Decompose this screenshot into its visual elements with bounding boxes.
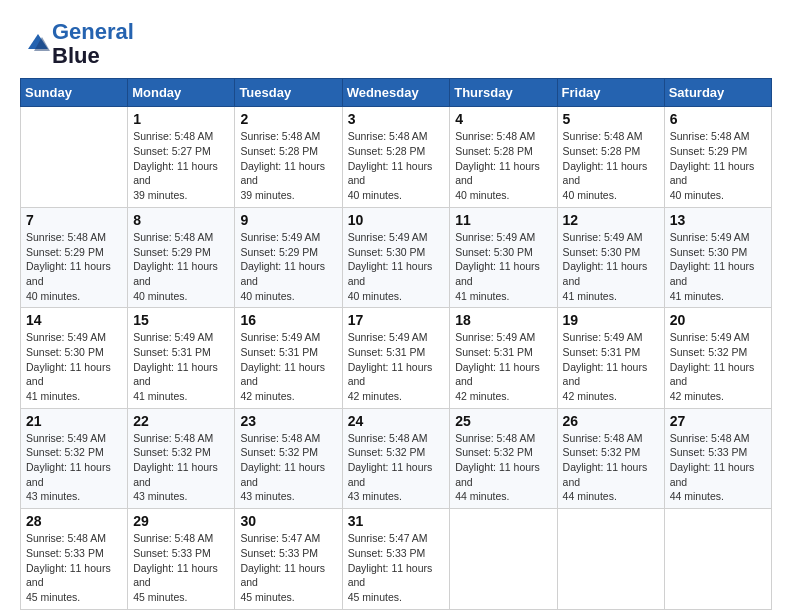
day-info: Sunrise: 5:48 AMSunset: 5:33 PMDaylight:… <box>670 431 766 504</box>
calendar-cell: 27Sunrise: 5:48 AMSunset: 5:33 PMDayligh… <box>664 408 771 508</box>
day-info: Sunrise: 5:49 AMSunset: 5:32 PMDaylight:… <box>26 431 122 504</box>
day-info: Sunrise: 5:47 AMSunset: 5:33 PMDaylight:… <box>348 531 445 604</box>
day-info: Sunrise: 5:48 AMSunset: 5:32 PMDaylight:… <box>348 431 445 504</box>
week-row-1: 1Sunrise: 5:48 AMSunset: 5:27 PMDaylight… <box>21 107 772 207</box>
calendar-cell: 4Sunrise: 5:48 AMSunset: 5:28 PMDaylight… <box>450 107 557 207</box>
weekday-header-sunday: Sunday <box>21 79 128 107</box>
day-number: 11 <box>455 212 551 228</box>
calendar-cell: 11Sunrise: 5:49 AMSunset: 5:30 PMDayligh… <box>450 207 557 307</box>
day-info: Sunrise: 5:49 AMSunset: 5:29 PMDaylight:… <box>240 230 336 303</box>
weekday-header-thursday: Thursday <box>450 79 557 107</box>
day-number: 15 <box>133 312 229 328</box>
weekday-header-tuesday: Tuesday <box>235 79 342 107</box>
logo-icon <box>20 29 50 59</box>
calendar-cell: 26Sunrise: 5:48 AMSunset: 5:32 PMDayligh… <box>557 408 664 508</box>
calendar-cell: 21Sunrise: 5:49 AMSunset: 5:32 PMDayligh… <box>21 408 128 508</box>
calendar-cell: 3Sunrise: 5:48 AMSunset: 5:28 PMDaylight… <box>342 107 450 207</box>
weekday-header-saturday: Saturday <box>664 79 771 107</box>
day-number: 2 <box>240 111 336 127</box>
day-info: Sunrise: 5:48 AMSunset: 5:29 PMDaylight:… <box>26 230 122 303</box>
calendar-cell: 16Sunrise: 5:49 AMSunset: 5:31 PMDayligh… <box>235 308 342 408</box>
calendar-cell: 17Sunrise: 5:49 AMSunset: 5:31 PMDayligh… <box>342 308 450 408</box>
day-info: Sunrise: 5:49 AMSunset: 5:30 PMDaylight:… <box>348 230 445 303</box>
day-number: 25 <box>455 413 551 429</box>
day-info: Sunrise: 5:48 AMSunset: 5:28 PMDaylight:… <box>348 129 445 202</box>
calendar-cell <box>450 509 557 609</box>
calendar-cell: 8Sunrise: 5:48 AMSunset: 5:29 PMDaylight… <box>128 207 235 307</box>
day-number: 3 <box>348 111 445 127</box>
day-number: 7 <box>26 212 122 228</box>
calendar-cell: 12Sunrise: 5:49 AMSunset: 5:30 PMDayligh… <box>557 207 664 307</box>
calendar-cell: 10Sunrise: 5:49 AMSunset: 5:30 PMDayligh… <box>342 207 450 307</box>
day-info: Sunrise: 5:48 AMSunset: 5:33 PMDaylight:… <box>26 531 122 604</box>
day-number: 21 <box>26 413 122 429</box>
day-info: Sunrise: 5:49 AMSunset: 5:32 PMDaylight:… <box>670 330 766 403</box>
day-info: Sunrise: 5:49 AMSunset: 5:30 PMDaylight:… <box>563 230 659 303</box>
calendar-cell: 30Sunrise: 5:47 AMSunset: 5:33 PMDayligh… <box>235 509 342 609</box>
day-number: 18 <box>455 312 551 328</box>
calendar-cell <box>664 509 771 609</box>
day-info: Sunrise: 5:48 AMSunset: 5:32 PMDaylight:… <box>455 431 551 504</box>
day-number: 19 <box>563 312 659 328</box>
day-info: Sunrise: 5:48 AMSunset: 5:32 PMDaylight:… <box>133 431 229 504</box>
day-number: 6 <box>670 111 766 127</box>
day-number: 29 <box>133 513 229 529</box>
day-info: Sunrise: 5:49 AMSunset: 5:31 PMDaylight:… <box>133 330 229 403</box>
day-number: 20 <box>670 312 766 328</box>
weekday-header-row: SundayMondayTuesdayWednesdayThursdayFrid… <box>21 79 772 107</box>
day-info: Sunrise: 5:47 AMSunset: 5:33 PMDaylight:… <box>240 531 336 604</box>
day-info: Sunrise: 5:49 AMSunset: 5:31 PMDaylight:… <box>240 330 336 403</box>
calendar-cell: 6Sunrise: 5:48 AMSunset: 5:29 PMDaylight… <box>664 107 771 207</box>
day-number: 30 <box>240 513 336 529</box>
logo-text: GeneralBlue <box>52 20 134 68</box>
day-number: 26 <box>563 413 659 429</box>
calendar-cell: 2Sunrise: 5:48 AMSunset: 5:28 PMDaylight… <box>235 107 342 207</box>
day-number: 23 <box>240 413 336 429</box>
calendar-cell: 1Sunrise: 5:48 AMSunset: 5:27 PMDaylight… <box>128 107 235 207</box>
calendar-cell: 24Sunrise: 5:48 AMSunset: 5:32 PMDayligh… <box>342 408 450 508</box>
day-number: 17 <box>348 312 445 328</box>
day-number: 9 <box>240 212 336 228</box>
calendar-cell: 5Sunrise: 5:48 AMSunset: 5:28 PMDaylight… <box>557 107 664 207</box>
day-info: Sunrise: 5:48 AMSunset: 5:32 PMDaylight:… <box>563 431 659 504</box>
day-info: Sunrise: 5:49 AMSunset: 5:31 PMDaylight:… <box>455 330 551 403</box>
calendar-table: SundayMondayTuesdayWednesdayThursdayFrid… <box>20 78 772 609</box>
day-info: Sunrise: 5:48 AMSunset: 5:28 PMDaylight:… <box>455 129 551 202</box>
day-info: Sunrise: 5:48 AMSunset: 5:29 PMDaylight:… <box>670 129 766 202</box>
day-info: Sunrise: 5:49 AMSunset: 5:30 PMDaylight:… <box>26 330 122 403</box>
day-number: 10 <box>348 212 445 228</box>
week-row-2: 7Sunrise: 5:48 AMSunset: 5:29 PMDaylight… <box>21 207 772 307</box>
calendar-cell: 20Sunrise: 5:49 AMSunset: 5:32 PMDayligh… <box>664 308 771 408</box>
calendar-cell <box>21 107 128 207</box>
day-number: 4 <box>455 111 551 127</box>
day-number: 31 <box>348 513 445 529</box>
calendar-cell: 22Sunrise: 5:48 AMSunset: 5:32 PMDayligh… <box>128 408 235 508</box>
day-number: 13 <box>670 212 766 228</box>
calendar-cell: 28Sunrise: 5:48 AMSunset: 5:33 PMDayligh… <box>21 509 128 609</box>
day-number: 27 <box>670 413 766 429</box>
calendar-cell: 7Sunrise: 5:48 AMSunset: 5:29 PMDaylight… <box>21 207 128 307</box>
day-info: Sunrise: 5:48 AMSunset: 5:27 PMDaylight:… <box>133 129 229 202</box>
day-info: Sunrise: 5:48 AMSunset: 5:29 PMDaylight:… <box>133 230 229 303</box>
day-number: 14 <box>26 312 122 328</box>
day-number: 22 <box>133 413 229 429</box>
calendar-cell: 31Sunrise: 5:47 AMSunset: 5:33 PMDayligh… <box>342 509 450 609</box>
day-number: 12 <box>563 212 659 228</box>
day-number: 16 <box>240 312 336 328</box>
calendar-cell: 25Sunrise: 5:48 AMSunset: 5:32 PMDayligh… <box>450 408 557 508</box>
calendar-cell: 15Sunrise: 5:49 AMSunset: 5:31 PMDayligh… <box>128 308 235 408</box>
day-number: 28 <box>26 513 122 529</box>
day-info: Sunrise: 5:48 AMSunset: 5:28 PMDaylight:… <box>563 129 659 202</box>
calendar-cell: 29Sunrise: 5:48 AMSunset: 5:33 PMDayligh… <box>128 509 235 609</box>
day-info: Sunrise: 5:48 AMSunset: 5:28 PMDaylight:… <box>240 129 336 202</box>
page-header: GeneralBlue <box>20 20 772 68</box>
day-info: Sunrise: 5:48 AMSunset: 5:32 PMDaylight:… <box>240 431 336 504</box>
day-info: Sunrise: 5:49 AMSunset: 5:30 PMDaylight:… <box>670 230 766 303</box>
calendar-cell: 19Sunrise: 5:49 AMSunset: 5:31 PMDayligh… <box>557 308 664 408</box>
calendar-cell <box>557 509 664 609</box>
logo: GeneralBlue <box>20 20 134 68</box>
calendar-cell: 23Sunrise: 5:48 AMSunset: 5:32 PMDayligh… <box>235 408 342 508</box>
weekday-header-wednesday: Wednesday <box>342 79 450 107</box>
weekday-header-monday: Monday <box>128 79 235 107</box>
weekday-header-friday: Friday <box>557 79 664 107</box>
